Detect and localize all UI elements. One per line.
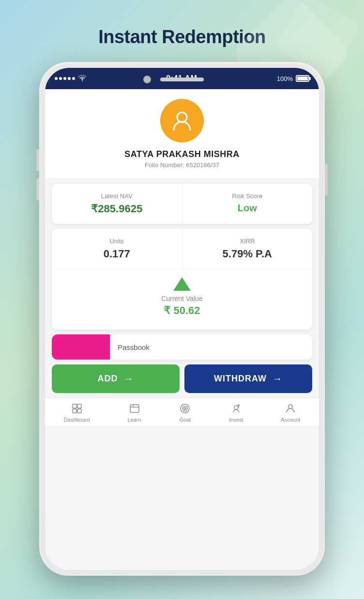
withdraw-button[interactable]: WITHDRAW → <box>184 364 312 393</box>
phone-camera <box>143 76 151 83</box>
folio-number: Folio Number: 6520166/37 <box>145 161 219 169</box>
invest-icon <box>230 402 243 415</box>
nav-item-goal[interactable]: Goal <box>179 402 191 423</box>
nav-item-invest[interactable]: Invest <box>229 402 243 423</box>
learn-icon <box>128 402 141 415</box>
volume-up-button <box>36 149 39 171</box>
passbook-section[interactable]: Passbook <box>52 334 312 360</box>
nav-label: Latest NAV <box>60 192 174 200</box>
xirr-cell: XIRR 5.79% P.A <box>182 229 313 269</box>
units-cell: Units 0.177 <box>52 229 182 269</box>
risk-cell: Risk Score Low <box>182 184 313 224</box>
current-value-label: Current Value <box>161 295 202 302</box>
avatar <box>160 99 204 142</box>
account-icon <box>284 402 297 415</box>
account-nav-label: Account <box>281 417 300 423</box>
nav-cell: Latest NAV ₹285.9625 <box>52 184 182 224</box>
add-label: ADD <box>98 374 118 384</box>
battery-percentage: 100% <box>277 75 293 82</box>
nav-value: ₹285.9625 <box>60 203 174 215</box>
passbook-label: Passbook <box>118 343 150 351</box>
svg-rect-1 <box>73 404 76 408</box>
signal-dots <box>55 77 75 80</box>
power-button <box>325 164 328 195</box>
user-name: SATYA PRAKASH MISHRA <box>124 149 239 159</box>
phone-speaker <box>160 78 204 81</box>
stats-card: Latest NAV ₹285.9625 Risk Score Low <box>52 184 312 224</box>
battery-fill <box>297 77 308 80</box>
wifi-icon <box>78 75 87 83</box>
withdraw-label: WITHDRAW <box>214 374 267 384</box>
svg-rect-2 <box>77 404 81 408</box>
dashboard-icon <box>71 402 83 415</box>
svg-rect-4 <box>77 409 81 413</box>
status-right: 100% <box>277 75 309 82</box>
xirr-label: XIRR <box>190 237 305 245</box>
svg-point-0 <box>177 112 187 122</box>
goal-icon <box>179 402 191 415</box>
risk-label: Risk Score <box>190 192 305 200</box>
phone-frame: 9:41 AM 100% SATYA PRAKASH MISHRA Fo <box>39 62 325 576</box>
phone-screen: 9:41 AM 100% SATYA PRAKASH MISHRA Fo <box>45 68 319 570</box>
svg-point-10 <box>184 408 186 410</box>
passbook-tab-indicator <box>52 334 110 360</box>
risk-value: Low <box>190 203 305 214</box>
stats-row: Latest NAV ₹285.9625 Risk Score Low <box>52 184 312 224</box>
units-label: Units <box>60 237 174 245</box>
app-content: SATYA PRAKASH MISHRA Folio Number: 65201… <box>45 89 319 570</box>
status-left <box>55 75 87 83</box>
battery-icon <box>296 75 309 82</box>
trend-up-icon <box>173 277 191 291</box>
withdraw-arrow-icon: → <box>273 373 283 384</box>
units-value: 0.177 <box>60 248 174 260</box>
current-value-amount: ₹ 50.62 <box>164 304 200 317</box>
dashboard-nav-label: Dashboard <box>64 417 90 423</box>
add-button[interactable]: ADD → <box>52 364 180 393</box>
goal-nav-label: Goal <box>180 417 191 423</box>
svg-point-9 <box>182 406 187 411</box>
svg-point-8 <box>181 404 189 413</box>
svg-point-12 <box>288 405 292 409</box>
bottom-nav: Dashboard Learn <box>45 398 319 426</box>
svg-rect-5 <box>130 405 139 412</box>
current-value-section: Current Value ₹ 50.62 <box>52 269 312 325</box>
invest-nav-label: Invest <box>229 417 243 423</box>
learn-nav-label: Learn <box>128 417 141 423</box>
add-arrow-icon: → <box>124 373 134 384</box>
investment-card: Units 0.177 XIRR 5.79% P.A Current Value… <box>52 229 312 330</box>
svg-point-11 <box>234 406 238 410</box>
xirr-value: 5.79% P.A <box>190 248 305 260</box>
profile-section: SATYA PRAKASH MISHRA Folio Number: 65201… <box>45 89 319 179</box>
action-buttons: ADD → WITHDRAW → <box>45 364 319 398</box>
nav-item-learn[interactable]: Learn <box>128 402 141 423</box>
svg-rect-3 <box>73 409 76 413</box>
investment-top-row: Units 0.177 XIRR 5.79% P.A <box>52 229 312 269</box>
nav-item-account[interactable]: Account <box>281 402 300 423</box>
nav-item-dashboard[interactable]: Dashboard <box>64 402 90 423</box>
volume-down-button <box>36 178 39 200</box>
